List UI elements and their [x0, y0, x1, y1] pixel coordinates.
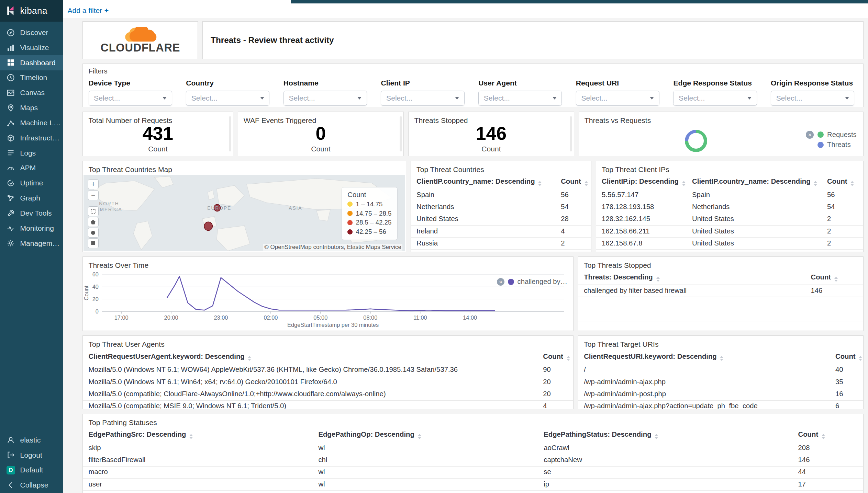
scrollbar[interactable] [400, 116, 402, 151]
visualize-icon [7, 44, 15, 52]
column-header-count[interactable]: Count [792, 428, 863, 442]
column-header-edgepathingsrc-descending[interactable]: EdgePathingSrc: Descending [83, 428, 313, 442]
kibana-brand[interactable]: kibana [0, 0, 63, 22]
legend-range-label: 28.5 – 42.25 [356, 219, 392, 226]
bounds-tool-icon[interactable] [88, 206, 99, 216]
sidebar-item-label: Monitoring [20, 224, 54, 232]
column-header-clientip-ip-descending[interactable]: ClientIP.ip: Descending [596, 175, 687, 189]
space-default-badge: D [7, 466, 15, 474]
filter-select-request-uri[interactable]: Select... [576, 91, 659, 106]
sidebar-item-collapse[interactable]: Collapse [0, 478, 63, 493]
tvr-legend: » RequestsThreats [806, 131, 856, 149]
sidebar-item-apm[interactable]: APM [0, 161, 63, 176]
column-header-edgepathingop-descending[interactable]: EdgePathingOp: Descending [313, 428, 538, 442]
sidebar-item-maps[interactable]: Maps [0, 100, 63, 115]
sidebar-item-machine-learning[interactable]: Machine Learning [0, 115, 63, 130]
sidebar-item-elastic[interactable]: elastic [0, 433, 63, 448]
sidebar-item-discover[interactable]: Discover [0, 25, 63, 40]
panel-waf-events: WAF Events Triggered 0 Count [238, 112, 404, 156]
map-attribution[interactable]: © OpenStreetMap contributors, Elastic Ma… [263, 244, 402, 251]
column-header-count[interactable]: Count [537, 350, 573, 364]
sidebar-item-logs[interactable]: Logs [0, 146, 63, 161]
filters-row-wrap: Filters Device TypeSelect...CountrySelec… [82, 64, 864, 107]
column-header-edgepathingstatus-descending[interactable]: EdgePathingStatus: Descending [538, 428, 792, 442]
svg-text:0: 0 [96, 308, 99, 314]
tot-legend: » challenged by filter based firewall [497, 278, 569, 286]
metric-label: Count [148, 145, 167, 153]
graph-icon [7, 194, 15, 202]
filter-select-device-type[interactable]: Select... [89, 91, 172, 106]
filter-select-user-agent[interactable]: Select... [478, 91, 562, 106]
scrollbar[interactable] [570, 116, 572, 151]
panel-top-threat-target-uris: Top Threat Target URIs ClientRequestURI.… [578, 335, 864, 409]
table-row: Russia2 [411, 238, 591, 250]
sidebar-item-graph[interactable]: Graph [0, 191, 63, 206]
legend-toggle-icon[interactable]: » [806, 131, 814, 139]
threats-vs-requests-donut[interactable] [685, 130, 707, 152]
filter-select-hostname[interactable]: Select... [283, 91, 367, 106]
circle-tool-icon[interactable] [88, 228, 99, 238]
sidebar-item-infrastructure[interactable]: Infrastructure [0, 130, 63, 146]
top-threat-countries-table: ClientIP.country_name: DescendingCountSp… [411, 175, 591, 251]
panel-title: Top Threat User Agents [83, 336, 573, 350]
tot-legend-label[interactable]: challenged by filter based firewall [518, 278, 569, 286]
sidebar-item-label: Logs [20, 149, 36, 157]
sidebar-item-dashboard[interactable]: Dashboard [0, 55, 63, 70]
sidebar-item-label: APM [20, 164, 36, 172]
cloudflare-cloud-icon [116, 27, 165, 44]
sort-icon [248, 356, 251, 361]
legend-color-dot [817, 131, 824, 138]
table-row: Mozilla/5.0 (Windows NT 6.1; WOW64) Appl… [83, 364, 573, 376]
sidebar-item-canvas[interactable]: Canvas [0, 85, 63, 100]
svg-text:11:00: 11:00 [413, 314, 427, 321]
sidebar-item-dev-tools[interactable]: Dev Tools [0, 206, 63, 221]
sort-icon [850, 181, 854, 186]
column-header-count[interactable]: Count [822, 175, 863, 189]
dashboard-icon [7, 58, 15, 67]
square-tool-icon[interactable] [88, 238, 99, 248]
add-filter-button[interactable]: Add a filter + [67, 7, 109, 15]
zoom-in-icon[interactable]: + [88, 179, 99, 189]
column-header-count[interactable]: Count [805, 271, 863, 285]
select-placeholder: Select... [191, 94, 218, 102]
polygon-tool-icon[interactable] [88, 217, 99, 227]
legend-item-requests[interactable]: Requests [817, 131, 856, 139]
column-header-count[interactable]: Count [555, 175, 591, 189]
chevron-down-icon [455, 97, 459, 100]
sidebar-item-visualize[interactable]: Visualize [0, 40, 63, 55]
svg-text:60: 60 [92, 271, 99, 277]
filter-field-request-uri: Request URISelect... [576, 79, 659, 106]
sidebar-item-monitoring[interactable]: Monitoring [0, 221, 63, 236]
sidebar-nav: DiscoverVisualizeDashboardTimelionCanvas… [0, 25, 63, 433]
table-row: United States28 [411, 213, 591, 225]
table-row: 162.158.66.211United States2 [596, 225, 863, 237]
sidebar-item-logout[interactable]: Logout [0, 448, 63, 463]
map-point-spain[interactable] [204, 222, 212, 231]
sidebar-item-timelion[interactable]: Timelion [0, 70, 63, 85]
column-header-clientrequestuseragent-keyword-descending[interactable]: ClientRequestUserAgent.keyword: Descendi… [83, 350, 537, 364]
legend-item-threats[interactable]: Threats [817, 141, 856, 149]
column-header-clientip-country-name-descending[interactable]: ClientIP.country_name: Descending [411, 175, 555, 189]
filter-select-country[interactable]: Select... [186, 91, 269, 106]
scrollbar[interactable] [229, 116, 231, 151]
zoom-out-icon[interactable]: − [88, 190, 99, 200]
sidebar-item-default[interactable]: DDefault [0, 463, 63, 478]
sidebar-item-uptime[interactable]: Uptime [0, 175, 63, 191]
world-map[interactable]: NORTH AMERICAEUROPEASIA + − Count [84, 175, 405, 251]
column-header-clientip-country-name-descending[interactable]: ClientIP.country_name: Descending [687, 175, 822, 189]
select-placeholder: Select... [289, 94, 315, 102]
filter-select-client-ip[interactable]: Select... [381, 91, 464, 106]
canvas-icon [7, 89, 15, 97]
filter-select-origin-response-status[interactable]: Select... [771, 91, 854, 106]
column-header-count[interactable]: Count [830, 350, 863, 364]
column-header-threats-descending[interactable]: Threats: Descending [578, 271, 805, 285]
svg-text:20:00: 20:00 [164, 314, 178, 321]
filter-select-edge-response-status[interactable]: Select... [673, 91, 757, 106]
sidebar-item-management[interactable]: Management [0, 236, 63, 251]
kibana-logo-icon [5, 5, 16, 16]
sidebar-item-label: Machine Learning [20, 119, 61, 127]
legend-toggle-icon[interactable]: » [497, 278, 505, 286]
panel-threat-countries-map: Top Threat Countries Map [82, 161, 406, 252]
map-legend-class: 1 – 14.75 [347, 200, 391, 208]
column-header-clientrequesturi-keyword-descending[interactable]: ClientRequestURI.keyword: Descending [578, 350, 830, 364]
